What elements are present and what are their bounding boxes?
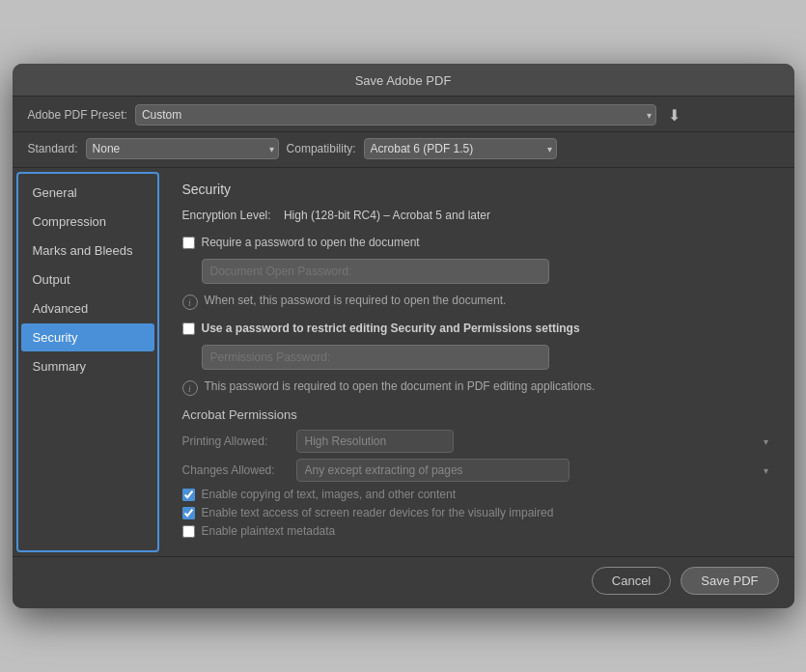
- permissions-password-wrapper: [202, 345, 775, 370]
- enable-copying-row: Enable copying of text, images, and othe…: [182, 488, 775, 501]
- printing-allowed-row: Printing Allowed: None Low Resolution (1…: [182, 430, 775, 453]
- sidebar-item-security[interactable]: Security: [21, 323, 154, 351]
- compat-select-wrapper: Acrobat 4 (PDF 1.3) Acrobat 5 (PDF 1.4) …: [364, 138, 557, 159]
- require-open-password-checkbox[interactable]: [182, 237, 195, 249]
- screen-reader-checkbox[interactable]: [182, 507, 195, 519]
- sidebar-item-summary[interactable]: Summary: [21, 352, 154, 380]
- changes-allowed-select[interactable]: None Inserting, Deleting and Rotating Pa…: [296, 459, 570, 482]
- title-bar: Save Adobe PDF: [13, 64, 794, 97]
- changes-allowed-select-wrapper: None Inserting, Deleting and Rotating Pa…: [296, 459, 775, 482]
- encryption-label: Encryption Level:: [182, 209, 271, 222]
- footer: Cancel Save PDF: [13, 556, 794, 608]
- enable-copying-label[interactable]: Enable copying of text, images, and othe…: [202, 488, 457, 501]
- preset-row: Adobe PDF Preset: Custom High Quality Pr…: [13, 97, 794, 132]
- section-title: Security: [182, 182, 775, 197]
- acrobat-permissions: Acrobat Permissions Printing Allowed: No…: [182, 407, 775, 538]
- restrict-editing-checkbox[interactable]: [182, 322, 195, 335]
- open-password-info-row: i When set, this password is required to…: [182, 294, 775, 310]
- changes-allowed-label: Changes Allowed:: [182, 463, 289, 477]
- preset-select-wrapper: Custom High Quality Print PDF/X-1a:2001 …: [135, 104, 656, 126]
- open-password-input[interactable]: [202, 259, 549, 284]
- screen-reader-label[interactable]: Enable text access of screen reader devi…: [202, 506, 554, 519]
- sidebar: General Compression Marks and Bleeds Out…: [16, 172, 159, 552]
- std-compat-row: Standard: None PDF/X-1a:2001 PDF/X-3:200…: [13, 132, 794, 168]
- save-pdf-dialog: Save Adobe PDF Adobe PDF Preset: Custom …: [13, 64, 794, 608]
- compatibility-select[interactable]: Acrobat 4 (PDF 1.3) Acrobat 5 (PDF 1.4) …: [364, 138, 557, 159]
- sidebar-item-output[interactable]: Output: [21, 266, 154, 294]
- printing-allowed-select-wrapper: None Low Resolution (150 dpi) High Resol…: [296, 430, 775, 453]
- compatibility-label: Compatibility:: [287, 142, 356, 155]
- plaintext-metadata-label[interactable]: Enable plaintext metadata: [202, 524, 336, 538]
- screen-reader-row: Enable text access of screen reader devi…: [182, 506, 775, 519]
- open-password-wrapper: [202, 259, 775, 284]
- plaintext-metadata-row: Enable plaintext metadata: [182, 524, 775, 538]
- standard-label: Standard:: [28, 142, 78, 155]
- sidebar-item-general[interactable]: General: [21, 179, 154, 207]
- changes-allowed-row: Changes Allowed: None Inserting, Deletin…: [182, 459, 775, 482]
- preset-select[interactable]: Custom High Quality Print PDF/X-1a:2001 …: [135, 104, 656, 126]
- restrict-editing-row: Use a password to restrict editing Secur…: [182, 322, 775, 335]
- standard-select[interactable]: None PDF/X-1a:2001 PDF/X-3:2002 PDF/X-4:…: [86, 138, 279, 159]
- enable-copying-checkbox[interactable]: [182, 489, 195, 501]
- require-open-password-row: Require a password to open the document: [182, 236, 775, 249]
- dialog-title: Save Adobe PDF: [355, 73, 452, 88]
- cancel-button[interactable]: Cancel: [592, 567, 671, 595]
- standard-select-wrapper: None PDF/X-1a:2001 PDF/X-3:2002 PDF/X-4:…: [86, 138, 279, 159]
- save-pdf-button[interactable]: Save PDF: [681, 567, 778, 595]
- plaintext-metadata-checkbox[interactable]: [182, 525, 195, 538]
- sidebar-item-marks-and-bleeds[interactable]: Marks and Bleeds: [21, 237, 154, 265]
- content-area: Security Encryption Level: High (128-bit…: [163, 168, 794, 556]
- restrict-password-info-row: i This password is required to open the …: [182, 379, 775, 396]
- encryption-value: High (128-bit RC4) – Acrobat 5 and later: [284, 209, 490, 222]
- printing-allowed-select[interactable]: None Low Resolution (150 dpi) High Resol…: [296, 430, 454, 453]
- info-icon-open: i: [182, 294, 198, 310]
- open-password-info-text: When set, this password is required to o…: [205, 294, 507, 307]
- restrict-editing-label[interactable]: Use a password to restrict editing Secur…: [202, 322, 580, 335]
- permissions-password-input[interactable]: [202, 345, 549, 370]
- sidebar-item-compression[interactable]: Compression: [21, 208, 154, 236]
- require-open-password-label[interactable]: Require a password to open the document: [202, 236, 420, 249]
- preset-label: Adobe PDF Preset:: [28, 108, 127, 122]
- info-icon-restrict: i: [182, 380, 198, 396]
- permissions-title: Acrobat Permissions: [182, 407, 775, 422]
- restrict-password-info-text: This password is required to open the do…: [205, 379, 596, 393]
- sidebar-item-advanced[interactable]: Advanced: [21, 294, 154, 322]
- encryption-level: Encryption Level: High (128-bit RC4) – A…: [182, 209, 775, 222]
- printing-allowed-label: Printing Allowed:: [182, 434, 289, 448]
- download-icon[interactable]: ⬇: [668, 106, 681, 125]
- main-area: General Compression Marks and Bleeds Out…: [13, 168, 794, 556]
